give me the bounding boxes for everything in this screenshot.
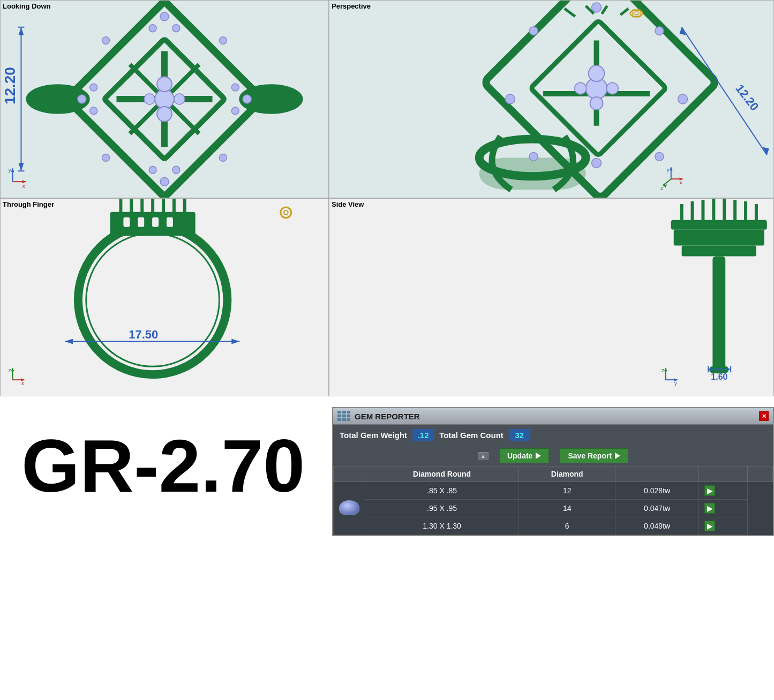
gr-label: GR-2.70	[0, 396, 332, 503]
svg-rect-95	[152, 217, 159, 227]
svg-rect-93	[123, 217, 130, 227]
svg-rect-134	[342, 411, 346, 413]
svg-point-20	[160, 177, 169, 186]
svg-text:z: z	[660, 185, 663, 191]
row2-arrow-button[interactable]: ▶	[704, 503, 715, 514]
gem-reporter-table: Diamond Round Diamond .85 X .85 12 0.028…	[333, 466, 773, 535]
gem-reporter-panel: GEM REPORTER ✕ Total Gem Weight .12 Tota…	[332, 407, 774, 536]
viewport-looking-down[interactable]: Looking Down	[0, 0, 329, 198]
svg-text:x: x	[680, 179, 682, 185]
svg-point-61	[529, 152, 538, 161]
svg-text:12.20: 12.20	[2, 67, 18, 104]
svg-point-56	[505, 94, 515, 104]
ring-perspective-svg: 12.20 y x z	[329, 1, 773, 198]
svg-point-18	[231, 84, 239, 91]
svg-point-10	[157, 77, 172, 92]
total-gem-count-label: Total Gem Count	[439, 431, 504, 440]
gem-reporter-stats-row: Total Gem Weight .12 Total Gem Count 32	[333, 425, 773, 446]
table-row: .95 X .95 14 0.047tw ▶	[334, 500, 773, 517]
col-header-gem	[334, 466, 365, 482]
svg-text:y: y	[9, 167, 12, 173]
svg-rect-136	[337, 415, 341, 417]
svg-rect-135	[347, 411, 350, 413]
svg-point-26	[219, 37, 227, 44]
svg-point-14	[160, 12, 169, 21]
svg-text:x: x	[21, 380, 24, 386]
ring-side-view-svg: 1.60 z y	[329, 199, 773, 396]
svg-point-22	[172, 166, 180, 174]
svg-point-13	[174, 94, 185, 104]
svg-point-58	[655, 27, 664, 35]
svg-point-27	[102, 37, 110, 44]
update-play-icon	[536, 453, 541, 459]
viewport-grid: Looking Down	[0, 0, 774, 396]
viewport-side-view[interactable]: Side View	[329, 198, 774, 396]
svg-point-60	[655, 152, 664, 161]
svg-rect-119	[674, 230, 764, 246]
col-header-count	[615, 466, 699, 482]
svg-rect-140	[342, 418, 346, 421]
gem-size-row1: .85 X .85	[365, 482, 519, 500]
gem-weight-row1: 0.028tw	[615, 482, 699, 500]
svg-text:z: z	[662, 367, 665, 373]
vp-label-perspective: Perspective	[332, 2, 371, 10]
gem-reporter-close-button[interactable]: ✕	[759, 411, 769, 421]
gem-weight-row2: 0.047tw	[615, 500, 699, 517]
gem-count-row3: 6	[519, 517, 615, 535]
gem-thumbnail-image	[339, 500, 359, 515]
svg-point-21	[149, 166, 156, 174]
update-button[interactable]: Update	[499, 448, 549, 463]
gem-action-row2[interactable]: ▶	[699, 500, 748, 517]
vp-label-looking-down: Looking Down	[3, 2, 51, 10]
gem-thumbnail-cell	[334, 482, 365, 535]
gem-count-row1: 12	[519, 482, 615, 500]
svg-point-54	[592, 3, 602, 12]
gem-size-row3: 1.30 X 1.30	[365, 517, 519, 535]
svg-rect-139	[337, 418, 341, 421]
viewport-through-finger[interactable]: Through Finger	[0, 198, 329, 396]
row1-arrow-button[interactable]: ▶	[704, 485, 715, 496]
svg-rect-141	[347, 418, 350, 421]
svg-text:z: z	[9, 367, 12, 373]
vp-label-side-view: Side View	[332, 200, 364, 208]
gem-reporter-actions-row: ▲ Update Save Report	[333, 446, 773, 466]
gem-reporter-header: GEM REPORTER ✕	[333, 408, 773, 425]
ring-through-finger-svg: 17.50 z x	[1, 199, 328, 396]
svg-rect-133	[337, 411, 341, 413]
svg-point-29	[102, 154, 110, 161]
svg-text:y: y	[674, 380, 678, 386]
expand-button[interactable]: ▲	[478, 452, 489, 460]
svg-text:y: y	[667, 167, 670, 172]
svg-rect-94	[138, 217, 144, 227]
save-report-play-icon	[615, 453, 620, 459]
gem-count-row2: 14	[519, 500, 615, 517]
vp-label-through-finger: Through Finger	[3, 200, 54, 208]
save-report-button[interactable]: Save Report	[560, 448, 628, 463]
svg-point-28	[219, 154, 227, 161]
svg-point-9	[155, 89, 174, 109]
svg-rect-138	[347, 415, 350, 417]
total-gem-weight-value: .12	[412, 429, 434, 441]
gem-size-row2: .95 X .95	[365, 500, 519, 517]
svg-text:1.60: 1.60	[711, 372, 727, 381]
svg-point-55	[678, 94, 688, 104]
svg-point-19	[231, 107, 239, 115]
svg-rect-137	[342, 415, 346, 417]
table-header-row: Diamond Round Diamond	[334, 466, 773, 482]
svg-point-16	[172, 25, 180, 32]
gem-action-row1[interactable]: ▶	[699, 482, 748, 500]
svg-point-51	[590, 97, 603, 110]
svg-point-25	[90, 107, 97, 115]
row3-arrow-button[interactable]: ▶	[704, 521, 715, 531]
gem-action-row3[interactable]: ▶	[699, 517, 748, 535]
svg-rect-96	[167, 217, 173, 227]
viewport-perspective[interactable]: Perspective	[329, 0, 774, 198]
gem-weight-row3: 0.049tw	[615, 517, 699, 535]
gem-reporter-grid-icon	[337, 411, 350, 421]
svg-point-11	[157, 107, 172, 122]
svg-point-23	[78, 95, 86, 103]
svg-point-50	[589, 65, 605, 81]
svg-point-53	[606, 82, 618, 94]
total-gem-count-value: 32	[509, 429, 530, 441]
svg-point-57	[592, 158, 602, 168]
